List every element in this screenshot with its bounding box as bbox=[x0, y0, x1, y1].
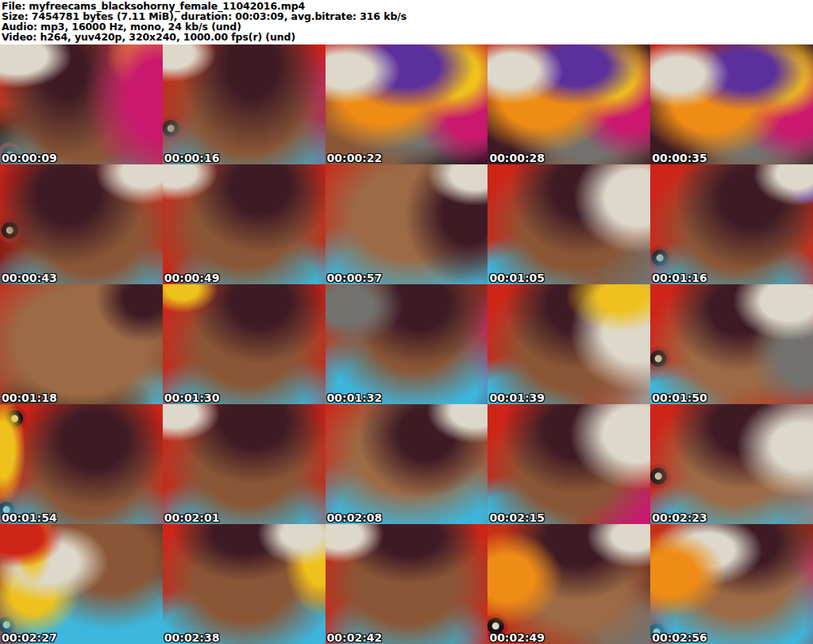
frame-timestamp: 00:02:42 bbox=[327, 632, 383, 643]
video-frame-thumbnail: 00:02:27 bbox=[0, 524, 163, 644]
frame-timestamp: 00:02:15 bbox=[489, 512, 545, 523]
frame-timestamp: 00:01:54 bbox=[2, 512, 57, 523]
video-frame-thumbnail: 00:01:30 bbox=[163, 284, 326, 404]
frame-timestamp: 00:02:01 bbox=[164, 512, 220, 523]
video-frame-thumbnail: 00:00:09 bbox=[0, 44, 163, 164]
frame-timestamp: 00:00:57 bbox=[327, 272, 383, 283]
frame-timestamp: 00:02:23 bbox=[652, 512, 707, 523]
video-frame-thumbnail: 00:02:56 bbox=[650, 524, 813, 644]
frame-timestamp: 00:02:08 bbox=[327, 512, 383, 523]
file-info-header: File: myfreecams_blacksohorny_female_110… bbox=[0, 0, 813, 44]
video-frame-thumbnail: 00:01:50 bbox=[650, 284, 813, 404]
frame-timestamp: 00:01:30 bbox=[164, 392, 220, 403]
video-frame-thumbnail: 00:01:16 bbox=[650, 164, 813, 284]
frame-timestamp: 00:00:22 bbox=[327, 152, 383, 164]
video-frame-thumbnail: 00:01:18 bbox=[0, 284, 163, 404]
frame-timestamp: 00:00:49 bbox=[164, 272, 220, 283]
video-frame-thumbnail: 00:01:39 bbox=[487, 284, 650, 404]
frame-timestamp: 00:02:56 bbox=[652, 632, 707, 643]
video-frame-thumbnail: 00:00:22 bbox=[326, 44, 488, 164]
video-frame-thumbnail: 00:02:42 bbox=[326, 524, 488, 644]
frame-timestamp: 00:01:05 bbox=[489, 272, 545, 283]
video-frame-thumbnail: 00:02:15 bbox=[487, 404, 650, 524]
frame-timestamp: 00:01:16 bbox=[652, 272, 707, 283]
video-frame-thumbnail: 00:02:23 bbox=[650, 404, 813, 524]
frame-timestamp: 00:02:38 bbox=[164, 632, 220, 643]
frame-timestamp: 00:01:18 bbox=[2, 392, 57, 403]
video-frame-thumbnail: 00:01:54 bbox=[0, 404, 163, 524]
video-frame-thumbnail: 00:00:43 bbox=[0, 164, 163, 284]
video-frame-thumbnail: 00:00:57 bbox=[326, 164, 488, 284]
frame-timestamp: 00:01:32 bbox=[327, 392, 383, 403]
video-frame-thumbnail: 00:00:16 bbox=[163, 44, 326, 164]
video-frame-thumbnail: 00:00:28 bbox=[487, 44, 650, 164]
frame-timestamp: 00:00:09 bbox=[2, 152, 57, 164]
video-frame-thumbnail: 00:02:08 bbox=[326, 404, 488, 524]
video-info-line: Video: h264, yuv420p, 320x240, 1000.00 f… bbox=[2, 32, 813, 42]
frame-timestamp: 00:00:28 bbox=[489, 152, 545, 164]
video-frame-thumbnail: 00:01:32 bbox=[326, 284, 488, 404]
video-frame-thumbnail: 00:02:01 bbox=[163, 404, 326, 524]
frame-timestamp: 00:02:49 bbox=[489, 632, 545, 643]
video-contact-sheet: File: myfreecams_blacksohorny_female_110… bbox=[0, 0, 813, 644]
video-frame-thumbnail: 00:00:35 bbox=[650, 44, 813, 164]
video-frame-thumbnail: 00:02:49 bbox=[487, 524, 650, 644]
video-frame-thumbnail: 00:00:49 bbox=[163, 164, 326, 284]
frame-timestamp: 00:00:16 bbox=[164, 152, 220, 164]
frame-timestamp: 00:00:35 bbox=[652, 152, 707, 164]
frame-timestamp: 00:01:39 bbox=[489, 392, 545, 403]
video-frame-thumbnail: 00:01:05 bbox=[487, 164, 650, 284]
frame-timestamp: 00:00:43 bbox=[2, 272, 57, 283]
frame-timestamp: 00:02:27 bbox=[2, 632, 57, 643]
video-frame-thumbnail: 00:02:38 bbox=[163, 524, 326, 644]
frame-timestamp: 00:01:50 bbox=[652, 392, 707, 403]
thumbnail-grid: 00:00:09 00:00:16 00:00:22 00:00:28 00:0… bbox=[0, 44, 813, 644]
